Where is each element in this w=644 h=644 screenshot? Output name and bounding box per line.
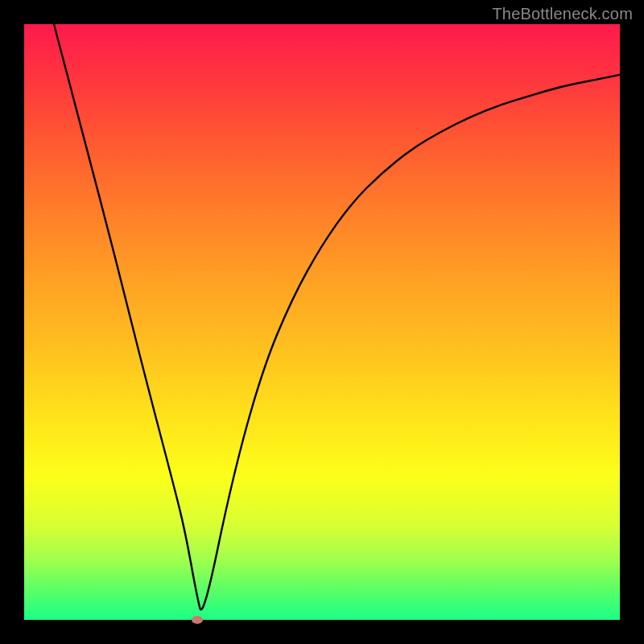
plot-area bbox=[24, 24, 620, 620]
bottleneck-curve bbox=[24, 24, 620, 620]
chart-frame: TheBottleneck.com bbox=[0, 0, 644, 644]
watermark-text: TheBottleneck.com bbox=[492, 5, 633, 23]
minimum-marker bbox=[192, 616, 203, 624]
